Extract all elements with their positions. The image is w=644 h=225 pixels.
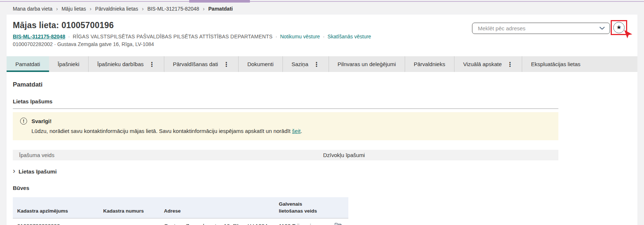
dot-separator: ·: [276, 34, 277, 39]
breadcrumb-item-case-number[interactable]: BIS-ML-312175-82048: [147, 6, 199, 12]
cell-actions: [330, 218, 348, 225]
alert-message-suffix: .: [300, 128, 302, 134]
tab-panel-pamatdati: Pamatdati Lietas īpašums ! Svarīgi! Lūdz…: [7, 81, 565, 225]
column-header-address: Adrese: [160, 197, 274, 218]
tab-pamatdati[interactable]: Pamatdati: [7, 56, 49, 72]
tab-ipasnieku-darbibas[interactable]: Īpašnieku darbības ⋮: [88, 56, 164, 72]
tab-pilnvaras-un-delegejumi[interactable]: Pilnvaras un deleģējumi: [329, 56, 405, 72]
kebab-menu-icon[interactable]: ⋮: [223, 61, 229, 68]
column-header-cadastre-designation: Kadastra apzīmējums: [13, 197, 99, 218]
table-row: 01000702282002 - Gustava Zemgala gatve 1…: [13, 218, 348, 225]
tab-ipasnieki[interactable]: Īpašnieki: [49, 56, 88, 72]
important-alert: ! Svarīgi! Lūdzu, norādiet savu kontakti…: [13, 112, 558, 140]
section-heading-lietas-ipasums: Lietas īpašums: [13, 98, 558, 104]
chevron-down-icon[interactable]: [599, 27, 605, 30]
chevron-right-icon: ›: [90, 6, 91, 11]
breadcrumb-item-parvaldnieka-lietas[interactable]: Pārvaldnieka lietas: [95, 6, 138, 12]
dot-separator: ·: [323, 34, 325, 39]
cell-cadastre-number: -: [99, 218, 160, 225]
tab-ekspluatacijas-lietas[interactable]: Ekspluatācijas lietas: [522, 56, 589, 72]
tab-vizuala-apskate[interactable]: Vizuālā apskate ⋮: [454, 56, 522, 72]
address-search-combobox[interactable]: [472, 23, 610, 34]
table-header-row: Kadastra apzīmējums Kadastra numurs Adre…: [13, 197, 348, 218]
section-heading-buves: Būves: [13, 185, 558, 191]
property-type-value: Dzīvokļu īpašumi: [323, 152, 365, 158]
case-meta-line: BIS-ML-312175-82048 · RĪGAS VALSTSPILSĒT…: [13, 34, 637, 39]
chevron-right-icon: ›: [56, 6, 58, 11]
favorite-button[interactable]: ★: [613, 22, 625, 33]
annotation-highlight-box: ★: [611, 20, 627, 35]
horizontal-scrollbar-thumb[interactable]: [189, 0, 250, 3]
cell-address: Gustava Zemgala gatve 16, Rīga, LV-1084: [160, 218, 274, 225]
chevron-right-icon: ›: [142, 6, 144, 11]
exclamation-circle-icon: !: [20, 118, 27, 125]
tab-label: Vizuālā apskate: [463, 61, 502, 67]
cell-main-usage: 1122 Triju vai vairāku dzīvokļu mājas: [274, 218, 330, 225]
alert-message: Lūdzu, norādiet savu kontaktinformāciju …: [31, 128, 551, 134]
tab-label: Ekspluatācijas lietas: [531, 61, 580, 67]
star-icon: ★: [616, 24, 621, 30]
main-card: Mājas lieta: 01005700196 BIS-ML-312175-8…: [7, 15, 637, 225]
case-number-link[interactable]: BIS-ML-312175-82048: [13, 34, 65, 39]
address-search-input[interactable]: [477, 25, 599, 32]
alert-header: ! Svarīgi!: [20, 118, 551, 125]
page-header: Mājas lieta: 01005700196 BIS-ML-312175-8…: [7, 15, 637, 47]
alert-message-text: Lūdzu, norādiet savu kontaktinformāciju …: [31, 128, 292, 134]
column-header-cadastre-number: Kadastra numurs: [99, 197, 160, 218]
tab-label: Pamatdati: [15, 61, 40, 67]
kebab-menu-icon[interactable]: ⋮: [149, 61, 155, 68]
page-heading: Pamatdati: [13, 81, 558, 88]
cadastre-address-line: 01000702282002 · Gustava Zemgala gatve 1…: [13, 41, 637, 47]
tab-label: Dokumenti: [247, 61, 274, 67]
kebab-menu-icon[interactable]: ⋮: [507, 61, 513, 68]
breadcrumb: Mana darba vieta › Māju lietas › Pārvald…: [0, 3, 644, 15]
tab-sazina[interactable]: Saziņa ⋮: [282, 56, 329, 72]
view-history-link[interactable]: Skatīšanās vēsture: [327, 34, 371, 39]
breadcrumb-item-maju-lietas[interactable]: Māju lietas: [61, 6, 86, 12]
top-strip: [0, 0, 644, 3]
chevron-right-icon: ›: [203, 6, 205, 11]
top-border-line: [0, 1, 644, 2]
tab-label: Īpašnieki: [58, 61, 79, 67]
seit-link[interactable]: šeit: [292, 128, 300, 134]
tab-label: Īpašnieku darbības: [97, 61, 144, 67]
tab-label: Pārvaldīšanas dati: [173, 61, 218, 67]
expandable-section-label: Lietas īpašumi: [19, 168, 57, 175]
dot-separator: ·: [68, 34, 70, 39]
property-type-label: Īpašuma veids: [13, 152, 323, 158]
cell-cadastre-designation: 01000702282002: [13, 218, 99, 225]
tab-label: Pilnvaras un deleģējumi: [338, 61, 396, 67]
buildings-table: Kadastra apzīmējums Kadastra numurs Adre…: [13, 197, 348, 225]
section-divider: [13, 108, 558, 109]
column-header-main-usage: Galvenais lietošanas veids: [274, 197, 330, 218]
event-history-link[interactable]: Notikumu vēsture: [280, 34, 320, 39]
kebab-menu-icon[interactable]: ⋮: [314, 61, 320, 68]
alert-title: Svarīgi!: [31, 118, 52, 124]
tab-bar: Pamatdati Īpašnieki Īpašnieku darbības ⋮…: [7, 56, 637, 72]
property-type-row: Īpašuma veids Dzīvokļu īpašumi: [13, 150, 558, 160]
chevron-right-icon: ›: [13, 167, 15, 174]
breadcrumb-current-page: Pamatdati: [208, 6, 233, 12]
tab-parvaldisanas-dati[interactable]: Pārvaldīšanas dati ⋮: [164, 56, 238, 72]
organization-name: RĪGAS VALSTSPILSĒTAS PAŠVALDĪBAS PILSĒTA…: [73, 34, 273, 39]
expandable-lietas-ipasumi[interactable]: › Lietas īpašumi: [13, 168, 558, 175]
folder-icon[interactable]: [334, 222, 342, 225]
tab-dokumenti[interactable]: Dokumenti: [238, 56, 282, 72]
tab-parvaldnieks[interactable]: Pārvaldnieks: [405, 56, 454, 72]
tab-label: Pārvaldnieks: [414, 61, 445, 67]
column-header-actions: [330, 197, 348, 218]
tab-label: Saziņa: [292, 61, 308, 67]
breadcrumb-item-mana-darba-vieta[interactable]: Mana darba vieta: [13, 6, 52, 12]
